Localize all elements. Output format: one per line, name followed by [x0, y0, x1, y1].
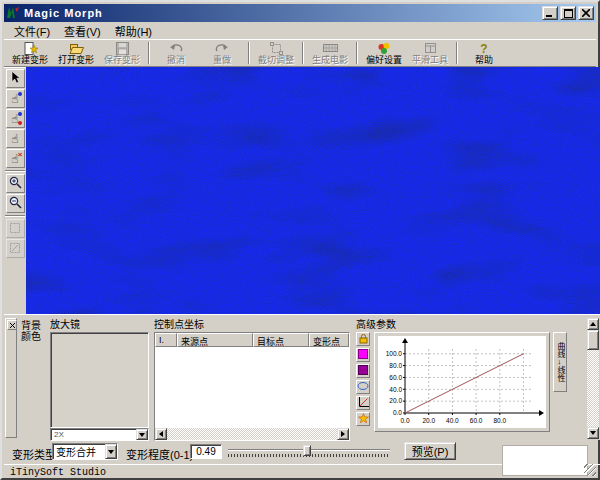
- chevron-down-icon[interactable]: [105, 444, 117, 459]
- morph-type-select[interactable]: 变形合并: [52, 443, 118, 460]
- zoom-out-button[interactable]: [6, 194, 25, 213]
- column-header-index[interactable]: I.: [155, 333, 177, 347]
- scrollbar-track[interactable]: [167, 428, 337, 440]
- create-movie-icon: [323, 42, 338, 55]
- scroll-up-icon[interactable]: [587, 318, 599, 330]
- advanced-params-label: 高级参数: [356, 319, 396, 330]
- scroll-right-icon[interactable]: [337, 428, 349, 440]
- toolbar-button-preferences[interactable]: 偏好设置: [361, 41, 407, 66]
- maximize-button[interactable]: [560, 6, 576, 20]
- svg-text:60.0: 60.0: [470, 417, 483, 424]
- scrollbar-thumb[interactable]: [587, 330, 599, 350]
- toolbar-button-label: 保存变形: [104, 55, 140, 65]
- curve-axes-icon: [358, 397, 369, 410]
- toolbar-button-save-morph[interactable]: 保存变形: [99, 41, 145, 66]
- star-icon: [358, 413, 369, 426]
- toolbar-button-label: 截切调整: [258, 55, 294, 65]
- resize-grip[interactable]: [584, 464, 596, 476]
- morph-degree-label: 变形程度(0-1):: [126, 446, 196, 462]
- control-points-table[interactable]: I. 来源点 目标点 变形点: [154, 332, 350, 441]
- degree-slider-thumb[interactable]: [303, 445, 311, 456]
- toolbar-button-label: 重做: [213, 55, 231, 65]
- morph-type-value: 变形合并: [53, 444, 105, 459]
- select-region-icon: [9, 222, 21, 236]
- select-region-button[interactable]: [6, 219, 25, 238]
- status-white-panel: [502, 445, 588, 476]
- menu-view[interactable]: 查看(V): [58, 22, 107, 40]
- svg-text:40.0: 40.0: [389, 386, 402, 393]
- toolbar-button-smooth[interactable]: 平滑工具: [407, 41, 453, 66]
- zoom-in-button[interactable]: [6, 174, 25, 193]
- svg-text:20.0: 20.0: [389, 397, 402, 404]
- toolbar-separator: [356, 42, 358, 64]
- toolbar-button-help[interactable]: ? 帮助: [461, 41, 507, 66]
- column-header-source-point[interactable]: 来源点: [177, 333, 253, 347]
- morph-image-canvas[interactable]: [26, 67, 600, 314]
- title-bar[interactable]: Magic Morph: [4, 4, 596, 22]
- scroll-left-icon[interactable]: [155, 428, 167, 440]
- add-source-point-button[interactable]: ☝: [6, 89, 25, 108]
- select-tool-button[interactable]: [6, 69, 25, 88]
- add-target-point-button[interactable]: ☝: [6, 109, 25, 128]
- toolbar-button-open-morph[interactable]: 打开变形: [53, 41, 99, 66]
- minimize-button[interactable]: [542, 6, 558, 20]
- clear-region-button[interactable]: [6, 239, 25, 258]
- degree-input[interactable]: [190, 444, 222, 459]
- lock-icon: [358, 333, 369, 346]
- advanced-tool-strip: [356, 332, 371, 428]
- reset-curve-button[interactable]: [356, 412, 370, 426]
- svg-text:?: ?: [480, 42, 487, 55]
- delete-point-button[interactable]: ☝ ×: [6, 149, 25, 168]
- main-toolbar: 新建变形 打开变形 保存变形 撤消 重做 截切调整 生成电影: [4, 39, 596, 66]
- menu-help[interactable]: 帮助(H): [109, 22, 158, 40]
- tool-palette: ☝ ☝ ☝ ☝ ×: [4, 67, 26, 314]
- crop-adjust-icon: [270, 42, 283, 55]
- scroll-down-icon[interactable]: [587, 427, 599, 439]
- source-color-button[interactable]: [356, 348, 370, 362]
- control-points-rows[interactable]: [155, 347, 349, 428]
- svg-text:100.0: 100.0: [386, 350, 403, 357]
- toolbar-button-redo[interactable]: 重做: [199, 41, 245, 66]
- move-point-icon: ☝: [11, 133, 18, 145]
- toolbar-button-create-movie[interactable]: 生成电影: [307, 41, 353, 66]
- move-point-button[interactable]: ☝: [6, 129, 25, 148]
- curve-tool-button[interactable]: [356, 396, 370, 410]
- morph-curve-chart[interactable]: 0.020.040.060.080.00.020.040.060.080.010…: [378, 336, 546, 428]
- curve-to-line-button[interactable]: 曲线→线性: [553, 332, 567, 392]
- toolbar-button-undo[interactable]: 撤消: [153, 41, 199, 66]
- select-arrow-icon: [9, 71, 22, 86]
- lock-tool-button[interactable]: [356, 332, 370, 346]
- column-header-target-point[interactable]: 目标点: [253, 333, 309, 347]
- blue-point-dot-icon: [18, 112, 22, 116]
- toolbar-separator: [148, 42, 150, 64]
- advanced-vertical-scrollbar[interactable]: [587, 318, 599, 439]
- preferences-icon: [377, 42, 391, 55]
- ellipse-tool-button[interactable]: [356, 380, 370, 394]
- control-points-label: 控制点坐标: [154, 319, 204, 330]
- table-horizontal-scrollbar[interactable]: [155, 428, 349, 440]
- toolbar-separator: [302, 42, 304, 64]
- menu-file[interactable]: 文件(F): [8, 22, 56, 40]
- toolbar-button-label: 平滑工具: [412, 55, 448, 65]
- dock-close-button[interactable]: [7, 320, 17, 330]
- smooth-icon: [424, 42, 437, 55]
- dock-grab-bar[interactable]: [5, 318, 17, 438]
- delete-x-icon: ×: [18, 150, 23, 159]
- column-header-morph-point[interactable]: 变形点: [309, 333, 349, 347]
- preview-button[interactable]: 预览(P): [404, 442, 456, 460]
- new-morph-icon: [23, 42, 38, 55]
- degree-slider[interactable]: [228, 443, 390, 461]
- magnifier-preview: [50, 332, 149, 428]
- svg-text:0.0: 0.0: [400, 417, 409, 424]
- toolbar-button-crop-adjust[interactable]: 截切调整: [253, 41, 299, 66]
- chevron-down-icon[interactable]: [136, 429, 148, 440]
- save-morph-icon: [116, 42, 129, 55]
- target-color-button[interactable]: [356, 364, 370, 378]
- palette-separator: [5, 215, 25, 217]
- svg-text:60.0: 60.0: [389, 374, 402, 381]
- background-color-label: 背景颜色: [21, 320, 47, 342]
- toolbar-separator: [248, 42, 250, 64]
- close-button[interactable]: [578, 6, 594, 20]
- window-title: Magic Morph: [24, 7, 542, 19]
- toolbar-button-new-morph[interactable]: 新建变形: [7, 41, 53, 66]
